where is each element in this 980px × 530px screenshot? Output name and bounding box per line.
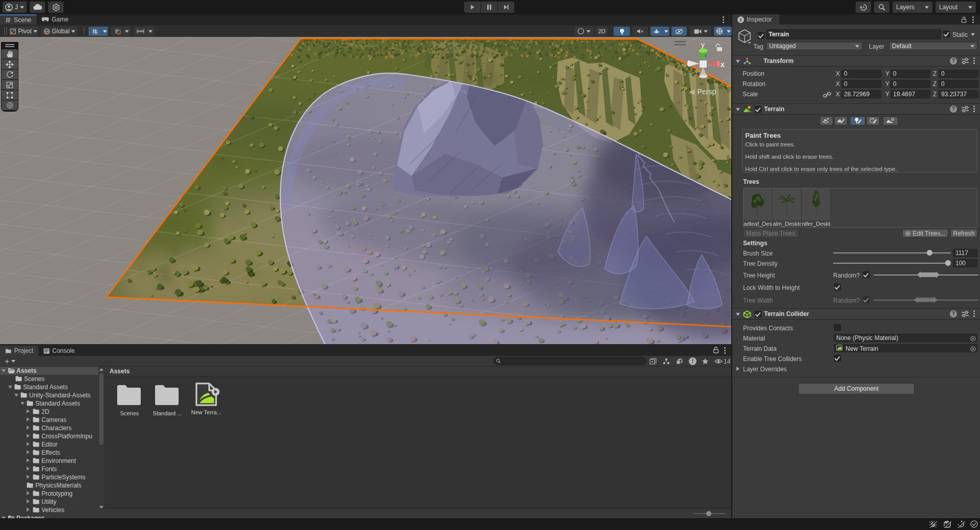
svg-text:x: x: [721, 60, 725, 69]
svg-text:Y: Y: [95, 32, 97, 35]
svg-text:⋖ Persp: ⋖ Persp: [689, 88, 716, 96]
svg-text:y: y: [701, 40, 705, 49]
